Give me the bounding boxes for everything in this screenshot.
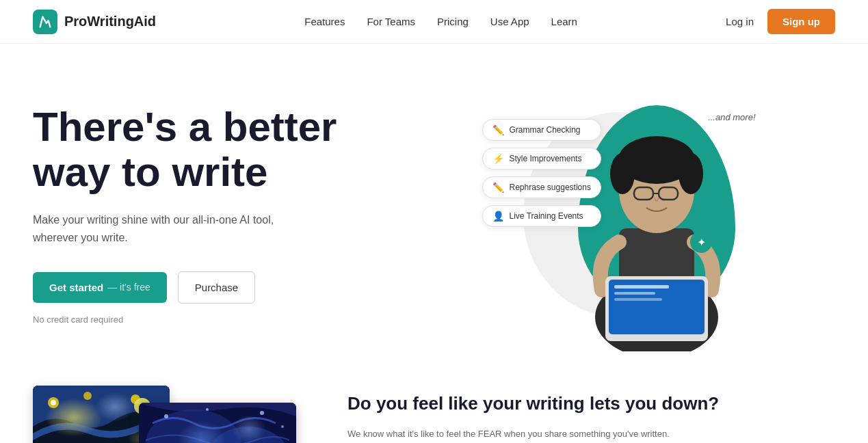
nav-for-teams[interactable]: For Teams bbox=[367, 16, 415, 27]
svg-point-19 bbox=[83, 392, 92, 400]
hero-right: ✦ ✏️ Grammar Checking ⚡ Style Improvemen… bbox=[416, 85, 835, 345]
logo-icon bbox=[33, 10, 57, 34]
svg-point-17 bbox=[48, 397, 59, 408]
edit-icon: ✏️ bbox=[492, 182, 504, 193]
chip-grammar: ✏️ Grammar Checking bbox=[482, 119, 601, 141]
no-credit-text: No credit card required bbox=[33, 314, 416, 325]
svg-rect-23 bbox=[139, 403, 296, 443]
svg-point-24 bbox=[146, 410, 241, 443]
section-title: Do you feel like your writing lets you d… bbox=[347, 392, 835, 416]
svg-point-30 bbox=[281, 425, 284, 428]
nav-use-app[interactable]: Use App bbox=[490, 16, 529, 27]
svg-rect-11 bbox=[614, 285, 669, 288]
purchase-button[interactable]: Purchase bbox=[178, 271, 255, 304]
nav-actions: Log in Sign up bbox=[726, 9, 835, 34]
second-right: Do you feel like your writing lets you d… bbox=[347, 386, 835, 443]
chip-training: 👤 Live Training Events bbox=[482, 205, 601, 227]
hero-section: There's a better way to write Make your … bbox=[0, 44, 868, 372]
artwork-front: My idea in my head bbox=[139, 403, 296, 443]
chip-rephrase: ✏️ Rephrase suggestions bbox=[482, 176, 601, 198]
nav-links: Features For Teams Pricing Use App Learn bbox=[304, 16, 577, 28]
svg-point-29 bbox=[260, 411, 264, 415]
hero-illustration: ✦ ✏️ Grammar Checking ⚡ Style Improvemen… bbox=[496, 92, 756, 338]
hero-left: There's a better way to write Make your … bbox=[33, 105, 416, 324]
logo-text: ProWritingAid bbox=[64, 14, 156, 29]
hero-subtitle: Make your writing shine with our all-in-… bbox=[33, 211, 306, 246]
person-icon: 👤 bbox=[492, 211, 504, 222]
logo[interactable]: ProWritingAid bbox=[33, 10, 156, 34]
svg-point-27 bbox=[164, 414, 168, 418]
navbar: ProWritingAid Features For Teams Pricing… bbox=[0, 0, 868, 44]
signup-button[interactable]: Sign up bbox=[767, 9, 835, 34]
nav-features[interactable]: Features bbox=[304, 16, 345, 27]
section-body: We know what it's like to feel the FEAR … bbox=[347, 427, 676, 443]
artwork-stack: My idea in my head bbox=[33, 386, 279, 443]
feature-chips: ✏️ Grammar Checking ⚡ Style Improvements… bbox=[482, 119, 601, 227]
second-section: My idea in my head Do you feel like your… bbox=[0, 372, 868, 443]
svg-point-18 bbox=[51, 400, 56, 405]
nav-learn[interactable]: Learn bbox=[551, 16, 577, 27]
hero-buttons: Get started — it's free Purchase bbox=[33, 271, 416, 304]
hero-title: There's a better way to write bbox=[33, 105, 416, 195]
chip-style: ⚡ Style Improvements bbox=[482, 148, 601, 170]
login-button[interactable]: Log in bbox=[726, 16, 754, 27]
nav-pricing[interactable]: Pricing bbox=[437, 16, 469, 27]
svg-point-28 bbox=[206, 408, 209, 411]
artwork-section: My idea in my head bbox=[33, 386, 306, 443]
svg-point-4 bbox=[610, 153, 635, 194]
svg-rect-12 bbox=[614, 292, 655, 295]
lightning-icon: ⚡ bbox=[492, 153, 504, 164]
get-started-button[interactable]: Get started — it's free bbox=[33, 272, 167, 303]
svg-text:✦: ✦ bbox=[696, 237, 705, 248]
and-more-label: ...and more! bbox=[708, 112, 755, 122]
svg-point-25 bbox=[207, 427, 289, 443]
svg-point-5 bbox=[679, 153, 703, 194]
svg-rect-13 bbox=[614, 298, 662, 301]
pencil-icon: ✏️ bbox=[492, 124, 504, 135]
